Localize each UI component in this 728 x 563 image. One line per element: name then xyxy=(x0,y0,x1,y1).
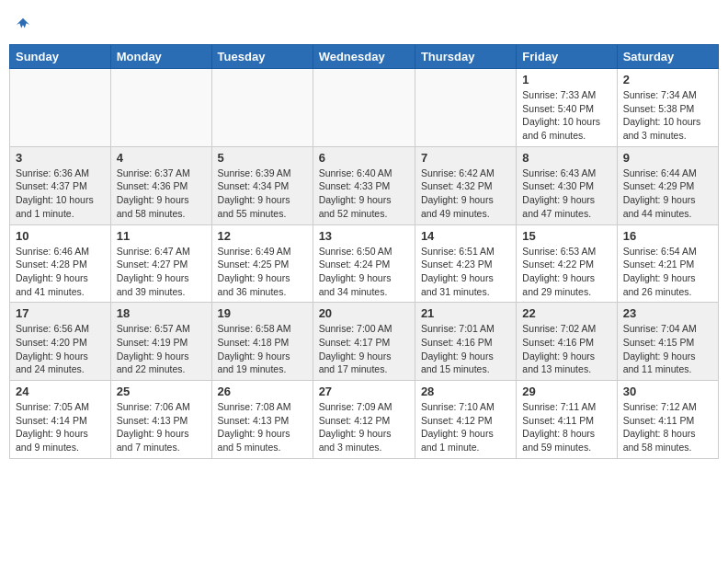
calendar-cell: 18Sunrise: 6:57 AM Sunset: 4:19 PM Dayli… xyxy=(110,303,211,381)
day-number: 20 xyxy=(319,306,409,320)
day-info: Sunrise: 7:08 AM Sunset: 4:13 PM Dayligh… xyxy=(218,400,307,454)
day-number: 5 xyxy=(218,151,307,165)
day-info: Sunrise: 6:58 AM Sunset: 4:18 PM Dayligh… xyxy=(218,322,307,376)
calendar-cell: 15Sunrise: 6:53 AM Sunset: 4:22 PM Dayli… xyxy=(517,224,617,303)
calendar-week-row: 3Sunrise: 6:36 AM Sunset: 4:37 PM Daylig… xyxy=(10,146,719,224)
day-number: 4 xyxy=(117,151,206,165)
calendar-cell xyxy=(110,69,211,147)
calendar-cell xyxy=(415,69,516,147)
calendar-cell: 7Sunrise: 6:42 AM Sunset: 4:32 PM Daylig… xyxy=(415,146,516,224)
logo xyxy=(13,17,31,29)
day-info: Sunrise: 7:34 AM Sunset: 5:38 PM Dayligh… xyxy=(623,88,712,143)
day-info: Sunrise: 6:57 AM Sunset: 4:19 PM Dayligh… xyxy=(117,322,206,376)
calendar-week-row: 17Sunrise: 6:56 AM Sunset: 4:20 PM Dayli… xyxy=(10,303,719,381)
day-info: Sunrise: 7:01 AM Sunset: 4:16 PM Dayligh… xyxy=(421,322,510,376)
day-number: 13 xyxy=(319,229,409,243)
day-info: Sunrise: 6:39 AM Sunset: 4:34 PM Dayligh… xyxy=(218,167,307,221)
day-info: Sunrise: 6:37 AM Sunset: 4:36 PM Dayligh… xyxy=(117,167,206,221)
calendar-cell: 13Sunrise: 6:50 AM Sunset: 4:24 PM Dayli… xyxy=(313,224,415,303)
column-header-monday: Monday xyxy=(110,45,211,69)
calendar-week-row: 1Sunrise: 7:33 AM Sunset: 5:40 PM Daylig… xyxy=(10,69,719,147)
calendar-cell xyxy=(10,69,111,147)
day-number: 18 xyxy=(117,306,206,320)
day-number: 11 xyxy=(117,229,206,243)
day-info: Sunrise: 6:40 AM Sunset: 4:33 PM Dayligh… xyxy=(319,167,409,221)
day-number: 28 xyxy=(421,385,510,398)
calendar-cell: 25Sunrise: 7:06 AM Sunset: 4:13 PM Dayli… xyxy=(110,381,211,459)
calendar-cell: 23Sunrise: 7:04 AM Sunset: 4:15 PM Dayli… xyxy=(617,303,718,381)
column-header-tuesday: Tuesday xyxy=(211,45,313,69)
day-number: 8 xyxy=(522,151,610,165)
page-header xyxy=(9,9,719,37)
day-number: 2 xyxy=(623,73,712,86)
calendar-cell: 22Sunrise: 7:02 AM Sunset: 4:16 PM Dayli… xyxy=(517,303,617,381)
day-number: 6 xyxy=(319,151,409,165)
day-info: Sunrise: 7:06 AM Sunset: 4:13 PM Dayligh… xyxy=(117,400,206,454)
calendar-cell: 3Sunrise: 6:36 AM Sunset: 4:37 PM Daylig… xyxy=(10,146,111,224)
calendar-cell: 2Sunrise: 7:34 AM Sunset: 5:38 PM Daylig… xyxy=(617,69,718,147)
day-info: Sunrise: 7:00 AM Sunset: 4:17 PM Dayligh… xyxy=(319,322,409,376)
day-number: 19 xyxy=(218,306,307,320)
day-number: 14 xyxy=(421,229,510,243)
column-header-saturday: Saturday xyxy=(617,45,718,69)
day-info: Sunrise: 6:46 AM Sunset: 4:28 PM Dayligh… xyxy=(16,245,105,299)
day-info: Sunrise: 6:43 AM Sunset: 4:30 PM Dayligh… xyxy=(522,167,610,221)
day-info: Sunrise: 6:56 AM Sunset: 4:20 PM Dayligh… xyxy=(16,322,105,376)
calendar-cell: 12Sunrise: 6:49 AM Sunset: 4:25 PM Dayli… xyxy=(211,224,313,303)
day-info: Sunrise: 7:33 AM Sunset: 5:40 PM Dayligh… xyxy=(522,88,610,143)
calendar-cell: 26Sunrise: 7:08 AM Sunset: 4:13 PM Dayli… xyxy=(211,381,313,459)
calendar-cell: 27Sunrise: 7:09 AM Sunset: 4:12 PM Dayli… xyxy=(313,381,415,459)
day-info: Sunrise: 7:05 AM Sunset: 4:14 PM Dayligh… xyxy=(16,400,105,454)
logo-bird-icon xyxy=(15,17,31,33)
calendar-cell: 24Sunrise: 7:05 AM Sunset: 4:14 PM Dayli… xyxy=(10,381,111,459)
calendar-cell: 11Sunrise: 6:47 AM Sunset: 4:27 PM Dayli… xyxy=(110,224,211,303)
svg-marker-0 xyxy=(17,18,29,29)
day-number: 12 xyxy=(218,229,307,243)
day-info: Sunrise: 7:02 AM Sunset: 4:16 PM Dayligh… xyxy=(522,322,610,376)
day-info: Sunrise: 6:51 AM Sunset: 4:23 PM Dayligh… xyxy=(421,245,510,299)
calendar-cell: 4Sunrise: 6:37 AM Sunset: 4:36 PM Daylig… xyxy=(110,146,211,224)
day-number: 29 xyxy=(522,385,610,398)
day-info: Sunrise: 6:44 AM Sunset: 4:29 PM Dayligh… xyxy=(623,167,712,221)
day-number: 7 xyxy=(421,151,510,165)
calendar-week-row: 10Sunrise: 6:46 AM Sunset: 4:28 PM Dayli… xyxy=(10,224,719,303)
day-info: Sunrise: 7:12 AM Sunset: 4:11 PM Dayligh… xyxy=(623,400,712,454)
calendar-table: SundayMondayTuesdayWednesdayThursdayFrid… xyxy=(9,44,719,459)
day-number: 9 xyxy=(623,151,712,165)
calendar-cell: 8Sunrise: 6:43 AM Sunset: 4:30 PM Daylig… xyxy=(517,146,617,224)
calendar-cell: 19Sunrise: 6:58 AM Sunset: 4:18 PM Dayli… xyxy=(211,303,313,381)
day-number: 23 xyxy=(623,306,712,320)
day-number: 16 xyxy=(623,229,712,243)
column-header-wednesday: Wednesday xyxy=(313,45,415,69)
day-info: Sunrise: 6:47 AM Sunset: 4:27 PM Dayligh… xyxy=(117,245,206,299)
day-number: 24 xyxy=(16,385,105,398)
day-info: Sunrise: 6:36 AM Sunset: 4:37 PM Dayligh… xyxy=(16,167,105,221)
calendar-cell: 16Sunrise: 6:54 AM Sunset: 4:21 PM Dayli… xyxy=(617,224,718,303)
day-number: 3 xyxy=(16,151,105,165)
day-number: 17 xyxy=(16,306,105,320)
day-info: Sunrise: 7:11 AM Sunset: 4:11 PM Dayligh… xyxy=(522,400,610,454)
calendar-cell: 21Sunrise: 7:01 AM Sunset: 4:16 PM Dayli… xyxy=(415,303,516,381)
day-number: 30 xyxy=(623,385,712,398)
day-number: 1 xyxy=(522,73,610,86)
calendar-cell: 29Sunrise: 7:11 AM Sunset: 4:11 PM Dayli… xyxy=(517,381,617,459)
calendar-cell: 30Sunrise: 7:12 AM Sunset: 4:11 PM Dayli… xyxy=(617,381,718,459)
day-info: Sunrise: 6:42 AM Sunset: 4:32 PM Dayligh… xyxy=(421,167,510,221)
calendar-cell: 5Sunrise: 6:39 AM Sunset: 4:34 PM Daylig… xyxy=(211,146,313,224)
calendar-cell: 14Sunrise: 6:51 AM Sunset: 4:23 PM Dayli… xyxy=(415,224,516,303)
calendar-cell: 1Sunrise: 7:33 AM Sunset: 5:40 PM Daylig… xyxy=(517,69,617,147)
day-number: 22 xyxy=(522,306,610,320)
calendar-cell: 6Sunrise: 6:40 AM Sunset: 4:33 PM Daylig… xyxy=(313,146,415,224)
calendar-cell: 9Sunrise: 6:44 AM Sunset: 4:29 PM Daylig… xyxy=(617,146,718,224)
calendar-cell xyxy=(211,69,313,147)
calendar-header-row: SundayMondayTuesdayWednesdayThursdayFrid… xyxy=(10,45,719,69)
day-number: 15 xyxy=(522,229,610,243)
day-info: Sunrise: 6:49 AM Sunset: 4:25 PM Dayligh… xyxy=(218,245,307,299)
day-info: Sunrise: 6:53 AM Sunset: 4:22 PM Dayligh… xyxy=(522,245,610,299)
day-number: 27 xyxy=(319,385,409,398)
calendar-cell xyxy=(313,69,415,147)
column-header-sunday: Sunday xyxy=(10,45,111,69)
day-info: Sunrise: 7:04 AM Sunset: 4:15 PM Dayligh… xyxy=(623,322,712,376)
day-number: 26 xyxy=(218,385,307,398)
column-header-thursday: Thursday xyxy=(415,45,516,69)
